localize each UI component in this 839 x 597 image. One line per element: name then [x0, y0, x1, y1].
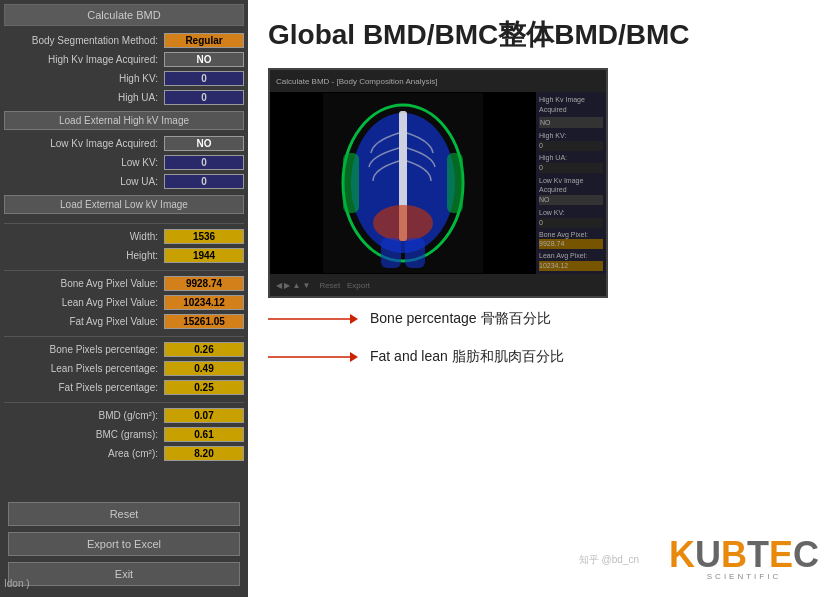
bone-avg-value: 9928.74: [164, 276, 244, 291]
width-row: Width: 1536: [4, 228, 244, 244]
software-screenshot: Calculate BMD - [Body Composition Analys…: [268, 68, 608, 298]
logo-letter-u: U: [695, 534, 721, 576]
lean-pct-label: Lean Pixels percentage:: [4, 363, 164, 374]
high-kv-label: High KV:: [4, 73, 164, 84]
low-ua-label: Low UA:: [4, 176, 164, 187]
logo-subtitle: SCIENTIFIC: [707, 572, 781, 581]
lean-pct-value: 0.49: [164, 361, 244, 376]
lean-avg-label: Lean Avg Pixel Value:: [4, 297, 164, 308]
height-row: Height: 1944: [4, 247, 244, 263]
divider-4: [4, 402, 244, 403]
high-ua-value: 0: [164, 90, 244, 105]
svg-rect-7: [343, 153, 359, 213]
lean-avg-row: Lean Avg Pixel Value: 10234.12: [4, 294, 244, 310]
scan-image-area: [270, 92, 536, 274]
high-kv-value: 0: [164, 71, 244, 86]
low-ua-value: 0: [164, 174, 244, 189]
load-high-kv-button[interactable]: Load External High kV Image: [4, 111, 244, 130]
bone-pct-value: 0.26: [164, 342, 244, 357]
logo-letter-b: B: [721, 534, 747, 576]
screenshot-topbar-text: Calculate BMD - [Body Composition Analys…: [276, 77, 437, 86]
low-kv-acq-value: NO: [164, 136, 244, 151]
fat-lean-annotation: Fat and lean 脂肪和肌肉百分比: [268, 346, 819, 368]
bmd-row: BMD (g/cm²): 0.07: [4, 407, 244, 423]
bone-pct-arrow: [268, 308, 358, 330]
left-panel: Calculate BMD Body Segmentation Method: …: [0, 0, 248, 597]
logo-letter-c: C: [793, 534, 819, 576]
bottom-left-label: Idon ): [4, 578, 30, 589]
fat-lean-arrow: [268, 346, 358, 368]
exit-button[interactable]: Exit: [8, 562, 240, 586]
low-kv-acquired-row: Low Kv Image Acquired: NO: [4, 135, 244, 151]
high-ua-label: High UA:: [4, 92, 164, 103]
low-kv-value: 0: [164, 155, 244, 170]
high-kv-row: High KV: 0: [4, 70, 244, 86]
annotation-area: Bone percentage 骨骼百分比 Fat and lean 脂肪和肌肉…: [268, 308, 819, 368]
fat-pct-value: 0.25: [164, 380, 244, 395]
svg-rect-6: [405, 238, 425, 268]
area-value: 8.20: [164, 446, 244, 461]
bone-pct-annotation: Bone percentage 骨骼百分比: [268, 308, 819, 330]
kubtec-logo: K U B T E C SCIENTIFIC: [669, 534, 819, 581]
bone-avg-row: Bone Avg Pixel Value: 9928.74: [4, 275, 244, 291]
bmd-label: BMD (g/cm²):: [4, 410, 164, 421]
bone-pct-annotation-text: Bone percentage 骨骼百分比: [370, 310, 551, 328]
svg-point-4: [373, 205, 433, 241]
bmc-row: BMC (grams): 0.61: [4, 426, 244, 442]
logo-letter-k: K: [669, 534, 695, 576]
divider-2: [4, 270, 244, 271]
height-value: 1944: [164, 248, 244, 263]
watermark: 知乎 @bd_cn: [579, 553, 639, 567]
bone-pct-row: Bone Pixels percentage: 0.26: [4, 341, 244, 357]
fat-pct-label: Fat Pixels percentage:: [4, 382, 164, 393]
area-label: Area (cm²):: [4, 448, 164, 459]
main-title: Global BMD/BMC整体BMD/BMC: [268, 16, 819, 54]
logo-letter-e: E: [769, 534, 793, 576]
fat-pct-row: Fat Pixels percentage: 0.25: [4, 379, 244, 395]
width-value: 1536: [164, 229, 244, 244]
svg-rect-8: [447, 153, 463, 213]
logo-letter-t: T: [747, 534, 769, 576]
bmc-label: BMC (grams):: [4, 429, 164, 440]
fat-lean-annotation-text: Fat and lean 脂肪和肌肉百分比: [370, 348, 564, 366]
lean-avg-value: 10234.12: [164, 295, 244, 310]
divider-1: [4, 223, 244, 224]
bmd-value: 0.07: [164, 408, 244, 423]
bone-avg-label: Bone Avg Pixel Value:: [4, 278, 164, 289]
fat-avg-value: 15261.05: [164, 314, 244, 329]
fat-avg-row: Fat Avg Pixel Value: 15261.05: [4, 313, 244, 329]
export-excel-button[interactable]: Export to Excel: [8, 532, 240, 556]
bmc-value: 0.61: [164, 427, 244, 442]
fat-avg-label: Fat Avg Pixel Value:: [4, 316, 164, 327]
lean-pct-row: Lean Pixels percentage: 0.49: [4, 360, 244, 376]
svg-marker-10: [350, 314, 358, 324]
high-kv-acq-label: High Kv Image Acquired:: [4, 54, 164, 65]
bone-pct-label: Bone Pixels percentage:: [4, 344, 164, 355]
high-ua-row: High UA: 0: [4, 89, 244, 105]
kubtec-letters: K U B T E C: [669, 534, 819, 576]
right-panel: Global BMD/BMC整体BMD/BMC Calculate BMD - …: [248, 0, 839, 597]
screenshot-sidebar: High Kv Image Acquired NO High KV: 0 Hig…: [536, 92, 606, 274]
low-kv-acq-label: Low Kv Image Acquired:: [4, 138, 164, 149]
reset-button[interactable]: Reset: [8, 502, 240, 526]
low-ua-row: Low UA: 0: [4, 173, 244, 189]
screenshot-topbar: Calculate BMD - [Body Composition Analys…: [270, 70, 606, 92]
panel-title: Calculate BMD: [4, 4, 244, 26]
low-kv-row: Low KV: 0: [4, 154, 244, 170]
screenshot-bottombar: ◀ ▶ ▲ ▼ Reset Export: [270, 274, 606, 296]
width-label: Width:: [4, 231, 164, 242]
high-kv-acquired-row: High Kv Image Acquired: NO: [4, 51, 244, 67]
load-low-kv-button[interactable]: Load External Low kV Image: [4, 195, 244, 214]
high-kv-acq-value: NO: [164, 52, 244, 67]
svg-rect-5: [381, 238, 401, 268]
body-scan-visual: [323, 93, 483, 273]
divider-3: [4, 336, 244, 337]
area-row: Area (cm²): 8.20: [4, 445, 244, 461]
bottom-buttons: Reset Export to Excel Exit: [4, 499, 244, 593]
low-kv-label: Low KV:: [4, 157, 164, 168]
svg-marker-12: [350, 352, 358, 362]
body-seg-label: Body Segmentation Method:: [4, 35, 164, 46]
height-label: Height:: [4, 250, 164, 261]
body-seg-row: Body Segmentation Method: Regular: [4, 32, 244, 48]
body-seg-value: Regular: [164, 33, 244, 48]
